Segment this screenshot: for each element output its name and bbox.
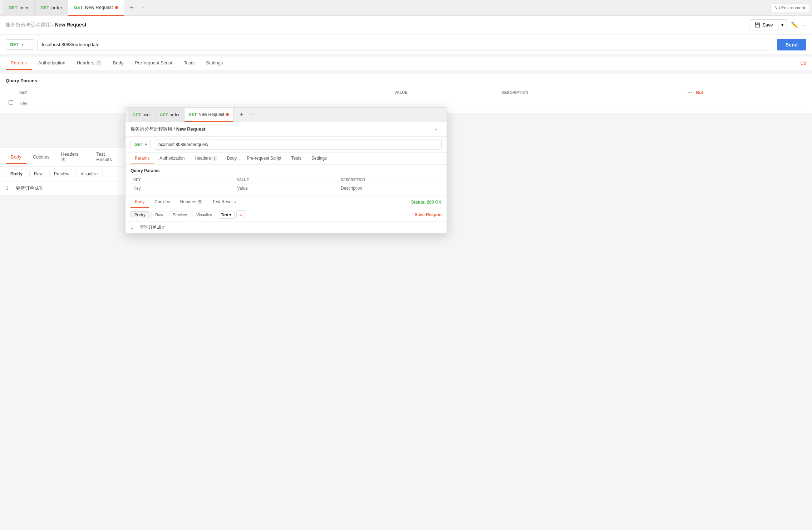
tab-name-new: New Request — [85, 5, 113, 10]
overlay-line-number-1: 1 — [131, 225, 133, 230]
overlay-tab-params[interactable]: Params — [131, 153, 154, 164]
overlay-url-input[interactable] — [154, 140, 442, 150]
overlay-tab-pre-request[interactable]: Pre-request Script — [242, 153, 286, 164]
params-table: KEY VALUE DESCRIPTION ··· Bul — [6, 87, 806, 108]
tab-order[interactable]: GET order — [35, 0, 68, 16]
row-checkbox[interactable] — [9, 100, 13, 105]
url-input[interactable] — [37, 39, 774, 50]
resp-tab-headers[interactable]: Headers 5 — [56, 148, 90, 166]
overlay-format-preview[interactable]: Preview — [169, 211, 191, 218]
response-tabs: Body Cookies Headers 5 Test Results — [0, 148, 132, 167]
status-value: 200 OK — [427, 200, 442, 205]
save-dropdown-button[interactable]: ▾ — [778, 20, 787, 30]
overlay-key-input[interactable] — [133, 186, 231, 191]
overlay-response-tabs: Body Cookies Headers 5 Test Results — [131, 196, 240, 208]
overlay-tab-name-new: New Request — [198, 112, 224, 117]
overlay-tab-order[interactable]: GET order — [156, 108, 184, 122]
method-arrow-icon: ▾ — [21, 43, 23, 47]
main-tab-bar: GET user GET order GET New Request + ···… — [0, 0, 812, 16]
resp-tab-cookies[interactable]: Cookies — [28, 151, 55, 164]
overlay-tab-authorization[interactable]: Authorization — [155, 153, 189, 164]
overlay-format-pretty[interactable]: Pretty — [131, 211, 149, 218]
tab-name-user: user — [20, 5, 29, 10]
tab-tests[interactable]: Tests — [179, 57, 200, 70]
tab-body[interactable]: Body — [108, 57, 129, 70]
tab-headers[interactable]: Headers 7 — [72, 57, 107, 70]
save-response-button[interactable]: Save Respon — [415, 212, 442, 217]
overlay-query-params-section: Query Params KEY VALUE DESCRIPTION — [126, 165, 447, 196]
overlay-description-input[interactable] — [341, 186, 439, 191]
add-tab-button[interactable]: + — [127, 3, 137, 13]
dots-icon[interactable]: ··· — [687, 89, 692, 95]
text-format-label: Text — [221, 213, 228, 217]
overlay-tab-tests[interactable]: Tests — [287, 153, 306, 164]
tab-params[interactable]: Params — [6, 57, 32, 70]
edit-icon[interactable]: ✏️ — [791, 21, 798, 28]
table-row — [6, 98, 806, 108]
url-bar: GET ▾ Send — [0, 35, 812, 54]
environment-selector[interactable]: No Environment — [771, 4, 809, 12]
status-label: Status: — [411, 200, 427, 205]
method-selector[interactable]: GET ▾ — [6, 39, 34, 50]
overlay-tab-settings[interactable]: Settings — [307, 153, 331, 164]
wrap-icon[interactable]: ≡ — [236, 210, 245, 219]
overlay-tab-method-order: GET — [160, 113, 168, 117]
overlay-tab-method-new: GET — [189, 112, 197, 117]
format-visualize-button[interactable]: Visualize — [76, 170, 103, 178]
save-button[interactable]: 💾 Save — [749, 20, 778, 30]
text-format-dropdown[interactable]: Text ▾ — [218, 211, 235, 219]
overlay-tab-method-user: GET — [133, 113, 141, 117]
response-format-tabs: Pretty Raw Preview Visualize — [0, 167, 132, 181]
overlay-tab-headers[interactable]: Headers 7 — [190, 153, 221, 164]
send-button[interactable]: Send — [777, 39, 806, 50]
overlay-breadcrumb: 服务拆分与远程调用 / New Request — [131, 126, 432, 132]
overlay-resp-tab-cookies[interactable]: Cookies — [150, 196, 174, 208]
col-check — [6, 87, 16, 98]
overlay-value-input[interactable] — [237, 186, 335, 191]
overlay-format-visualize[interactable]: Visualize — [192, 211, 216, 218]
overlay-tab-new-request[interactable]: GET New Request — [184, 108, 234, 122]
tab-more-icon[interactable]: ··· — [141, 5, 146, 11]
format-preview-button[interactable]: Preview — [49, 170, 74, 178]
tab-name-order: order — [51, 5, 62, 10]
format-pretty-button[interactable]: Pretty — [6, 170, 27, 178]
overlay-tab-more-icon[interactable]: ··· — [251, 112, 255, 118]
overlay-params-table: KEY VALUE DESCRIPTION — [131, 176, 442, 193]
col-value: VALUE — [392, 87, 498, 98]
tab-dot-new — [115, 6, 118, 9]
tab-settings[interactable]: Settings — [201, 57, 228, 70]
overlay-more-button[interactable]: ··· — [432, 125, 442, 133]
tab-pre-request-script[interactable]: Pre-request Script — [130, 57, 177, 70]
overlay-window: GET user GET order GET New Request + ···… — [125, 107, 447, 234]
overlay-request-tabs: Params Authorization Headers 7 Body Pre-… — [126, 153, 447, 165]
overlay-breadcrumb-sep: / — [174, 126, 176, 132]
tab-new-request[interactable]: GET New Request — [68, 0, 124, 16]
overlay-format-raw[interactable]: Raw — [151, 211, 167, 218]
tab-user[interactable]: GET user — [3, 0, 35, 16]
breadcrumb-prefix: 服务拆分与远程调用 — [6, 22, 51, 28]
overlay-col-key: KEY — [131, 176, 234, 184]
overlay-tab-bar: GET user GET order GET New Request + ··· — [126, 108, 447, 122]
request-tabs: Params Authorization Headers 7 Body Pre-… — [0, 57, 812, 70]
overlay-tab-body[interactable]: Body — [223, 153, 241, 164]
tab-method-order: GET — [40, 5, 49, 10]
overlay-resp-tab-headers[interactable]: Headers 5 — [176, 196, 207, 208]
resp-tab-test-results[interactable]: Test Results — [91, 148, 127, 166]
bulk-edit-button[interactable]: Bul — [696, 90, 703, 95]
overlay-response-text-1: 查询订单成功 — [140, 225, 166, 230]
overlay-resp-tab-test-results[interactable]: Test Results — [208, 196, 240, 208]
overlay-add-tab-button[interactable]: + — [236, 110, 246, 120]
overlay-method-label: GET — [134, 142, 143, 147]
tab-authorization[interactable]: Authorization — [33, 57, 70, 70]
overlay-resp-tab-body[interactable]: Body — [131, 196, 149, 208]
resp-tab-body[interactable]: Body — [6, 151, 26, 164]
status-indicator: Status: 200 OK — [411, 200, 442, 205]
key-input[interactable] — [19, 101, 389, 106]
overlay-tab-user[interactable]: GET user — [128, 108, 156, 122]
overlay-breadcrumb-page: New Request — [176, 126, 206, 132]
line-number-1: 1 — [6, 185, 9, 191]
format-raw-button[interactable]: Raw — [29, 170, 47, 178]
header-more-icon[interactable]: ··· — [802, 22, 806, 28]
overlay-response-body: 1 查询订单成功 — [126, 222, 447, 233]
overlay-method-selector[interactable]: GET ▾ — [131, 140, 151, 149]
